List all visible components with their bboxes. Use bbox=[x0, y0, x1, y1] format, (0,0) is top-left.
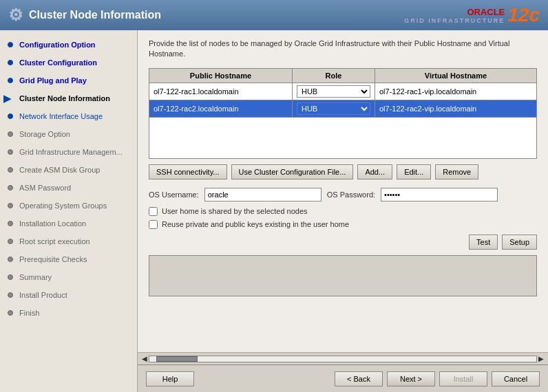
sidebar-item-root-script-execution[interactable]: Root script execution bbox=[0, 232, 137, 250]
sidebar-item-grid-infrastructure-management[interactable]: Grid Infrastructure Managem... bbox=[0, 143, 137, 161]
ssh-connectivity-button[interactable]: SSH connectivity... bbox=[149, 164, 227, 179]
username-input[interactable] bbox=[204, 188, 322, 202]
sidebar-item-storage-option[interactable]: Storage Option bbox=[0, 125, 137, 143]
virtual-hostname-cell: ol7-122-rac1-vip.localdomain bbox=[375, 83, 536, 100]
navigation-buttons: < Back Next > Install Cancel bbox=[335, 371, 540, 386]
help-button[interactable]: Help bbox=[146, 371, 194, 386]
shared-home-checkbox[interactable] bbox=[149, 207, 158, 216]
sidebar-item-finish[interactable]: Finish bbox=[0, 304, 137, 322]
sidebar: Configuration Option Cluster Configurati… bbox=[0, 30, 138, 392]
next-button[interactable]: Next > bbox=[387, 371, 435, 386]
password-input[interactable] bbox=[381, 188, 498, 202]
node-table: Public Hostname Role Virtual Hostname ol… bbox=[149, 68, 537, 159]
role-select[interactable]: HUB LEAF bbox=[297, 85, 370, 98]
ssh-area bbox=[149, 255, 537, 296]
cancel-button[interactable]: Cancel bbox=[492, 371, 540, 386]
role-cell[interactable]: HUB LEAF bbox=[292, 83, 375, 100]
col-virtual-hostname: Virtual Hostname bbox=[375, 68, 536, 83]
credentials-row: OS Username: OS Password: bbox=[149, 188, 537, 202]
sidebar-item-install-product[interactable]: Install Product bbox=[0, 286, 137, 304]
sidebar-item-operating-system-groups[interactable]: Operating System Groups bbox=[0, 197, 137, 215]
sidebar-item-grid-plug-and-play[interactable]: Grid Plug and Play bbox=[0, 72, 137, 89]
sidebar-item-installation-location[interactable]: Installation Location bbox=[0, 215, 137, 232]
public-hostname-cell: ol7-122-rac2.localdomain bbox=[149, 100, 293, 117]
oracle-label: ORACLE bbox=[404, 7, 505, 17]
password-label: OS Password: bbox=[327, 190, 375, 199]
content-area: Provide the list of nodes to be managed … bbox=[138, 30, 548, 392]
sidebar-item-asm-password[interactable]: ASM Password bbox=[0, 179, 137, 197]
gear-icon: ⚙ bbox=[8, 6, 23, 25]
reuse-keys-row: Reuse private and public keys existing i… bbox=[149, 220, 537, 229]
current-arrow: ▶ bbox=[3, 92, 11, 105]
sidebar-item-network-interface-usage[interactable]: Network Interface Usage bbox=[0, 107, 137, 125]
reuse-keys-checkbox[interactable] bbox=[149, 220, 158, 229]
test-button[interactable]: Test bbox=[469, 235, 498, 250]
shared-home-label: User home is shared by the selected node… bbox=[162, 207, 308, 215]
grid-label: GRID INFRASTRUCTURE bbox=[404, 17, 505, 24]
add-button[interactable]: Add... bbox=[357, 164, 392, 179]
public-hostname-cell: ol7-122-rac1.localdomain bbox=[149, 83, 293, 100]
window-title: Cluster Node Information bbox=[29, 9, 161, 21]
use-cluster-config-button[interactable]: Use Cluster Configuration File... bbox=[231, 164, 354, 179]
role-cell-selected[interactable]: HUB LEAF bbox=[292, 100, 375, 117]
setup-button[interactable]: Setup bbox=[502, 235, 537, 250]
scroll-thumb[interactable] bbox=[156, 356, 198, 362]
shared-home-row: User home is shared by the selected node… bbox=[149, 207, 537, 216]
username-label: OS Username: bbox=[149, 190, 199, 199]
scroll-right-arrow[interactable]: ▶ bbox=[537, 355, 545, 362]
sidebar-item-cluster-configuration[interactable]: Cluster Configuration bbox=[0, 54, 137, 72]
back-button[interactable]: < Back bbox=[335, 371, 383, 386]
table-row[interactable]: ol7-122-rac2.localdomain HUB LEAF ol7-12… bbox=[149, 100, 537, 117]
sidebar-item-cluster-node-information[interactable]: ▶ Cluster Node Information bbox=[0, 89, 137, 107]
sidebar-item-configuration-option[interactable]: Configuration Option bbox=[0, 36, 137, 54]
scroll-track[interactable] bbox=[149, 356, 537, 362]
virtual-hostname-cell: ol7-122-rac2-vip.localdomain bbox=[375, 100, 536, 117]
title-bar: ⚙ Cluster Node Information ORACLE GRID I… bbox=[0, 0, 548, 30]
horizontal-scrollbar[interactable]: ◀ ▶ bbox=[138, 352, 548, 364]
edit-button[interactable]: Edit... bbox=[397, 164, 431, 179]
role-select-selected[interactable]: HUB LEAF bbox=[297, 102, 370, 115]
instruction-text: Provide the list of nodes to be managed … bbox=[149, 39, 537, 60]
sidebar-item-create-asm-disk-group[interactable]: Create ASM Disk Group bbox=[0, 161, 137, 179]
install-button[interactable]: Install bbox=[439, 371, 487, 386]
version-label: 12c bbox=[507, 4, 540, 26]
col-role: Role bbox=[292, 68, 375, 83]
remove-button[interactable]: Remove bbox=[435, 164, 478, 179]
oracle-logo: ORACLE GRID INFRASTRUCTURE 12c bbox=[404, 4, 540, 26]
test-setup-row: Test Setup bbox=[149, 235, 537, 250]
scroll-left-arrow[interactable]: ◀ bbox=[140, 355, 149, 362]
sidebar-item-summary[interactable]: Summary bbox=[0, 268, 137, 286]
table-row[interactable]: ol7-122-rac1.localdomain HUB LEAF ol7-12… bbox=[149, 83, 537, 100]
sidebar-item-prerequisite-checks[interactable]: Prerequisite Checks bbox=[0, 250, 137, 268]
action-button-row: SSH connectivity... Use Cluster Configur… bbox=[149, 164, 537, 179]
col-public-hostname: Public Hostname bbox=[149, 68, 293, 83]
reuse-keys-label: Reuse private and public keys existing i… bbox=[162, 220, 349, 228]
bottom-bar: Help < Back Next > Install Cancel bbox=[138, 364, 548, 392]
